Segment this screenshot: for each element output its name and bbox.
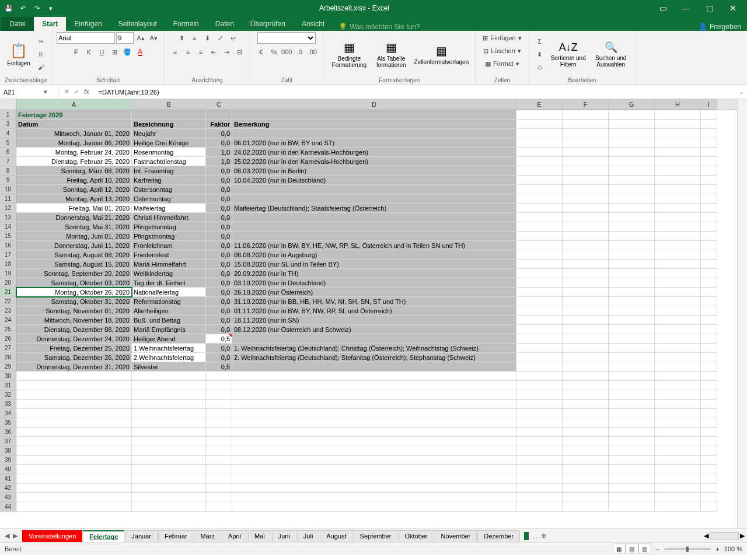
cell-D14[interactable] (232, 222, 516, 232)
tab-data[interactable]: Daten (207, 17, 242, 31)
cell-B14[interactable]: Pfingstsonntag (132, 222, 206, 232)
tab-file[interactable]: Datei (1, 17, 34, 31)
row-header-24[interactable]: 24 (0, 316, 16, 325)
cell-A1[interactable]: Feiertage 2020 (16, 110, 132, 120)
conditional-formatting-button[interactable]: ▦Bedingte Formatierung (328, 35, 370, 74)
cell-B28[interactable]: 2.Weihnachtsfeiertag (132, 353, 206, 362)
cell-C17[interactable]: 0,0 (206, 250, 232, 260)
align-center-icon[interactable]: ≡ (182, 46, 194, 58)
cell-B4[interactable]: Neujahr (132, 129, 206, 138)
row-header-41[interactable]: 41 (0, 474, 16, 484)
align-left-icon[interactable]: ≡ (169, 46, 181, 58)
sheet-tab-september[interactable]: September (354, 530, 398, 542)
cell-D15[interactable] (232, 232, 516, 241)
cell-A5[interactable]: Montag, Januar 06, 2020 (16, 138, 132, 148)
cell-B11[interactable]: Ostermontag (132, 194, 206, 204)
cell-C23[interactable]: 0,0 (206, 306, 232, 316)
col-header-E[interactable]: E (516, 99, 563, 110)
zoom-slider[interactable] (664, 548, 711, 550)
cell-C11[interactable]: 0,0 (206, 194, 232, 204)
decrease-decimal-icon[interactable]: .00 (306, 46, 318, 58)
cell-C21[interactable]: 0,0 (206, 288, 232, 297)
align-top-icon[interactable]: ⬆ (176, 32, 187, 44)
col-header-I[interactable]: I (701, 99, 717, 110)
cell-B20[interactable]: Tag der dt. Einheit (132, 278, 206, 288)
cut-icon[interactable]: ✂ (35, 36, 47, 47)
cell-A18[interactable]: Samstag, August 15, 2020 (16, 260, 132, 269)
row-header-18[interactable]: 18 (0, 260, 16, 269)
cell-A7[interactable]: Dienstag, Februar 25, 2020 (16, 157, 132, 166)
row-header-5[interactable]: 5 (0, 138, 16, 148)
cell-C29[interactable]: 0,5 (206, 362, 232, 372)
paste-button[interactable]: 📋Einfügen (5, 35, 33, 74)
cell-A13[interactable]: Donnerstag, Mai 21, 2020 (16, 213, 132, 222)
sheet-tab-feiertage[interactable]: Feiertage (83, 530, 124, 542)
row-header-36[interactable]: 36 (0, 428, 16, 437)
format-painter-icon[interactable]: 🖌 (35, 61, 47, 73)
row-header-22[interactable]: 22 (0, 297, 16, 306)
row-header-12[interactable]: 12 (0, 204, 16, 213)
page-layout-view-icon[interactable]: ▤ (626, 544, 638, 554)
cell-D12[interactable]: Maifeiertag (Deutschland); Staatsfeierta… (232, 204, 516, 213)
cell-A23[interactable]: Sonntag, November 01, 2020 (16, 306, 132, 316)
row-header-7[interactable]: 7 (0, 157, 16, 166)
cell-C26[interactable]: 0,5 (206, 334, 232, 344)
cell-D17[interactable]: 08.08.2020 (nur in Augsburg) (232, 250, 516, 260)
decrease-indent-icon[interactable]: ⇤ (208, 46, 219, 58)
col-header-F[interactable]: F (563, 99, 609, 110)
ribbon-options-icon[interactable]: ▭ (651, 0, 675, 16)
cell-B6[interactable]: Rosenmontag (132, 148, 206, 157)
row-header-34[interactable]: 34 (0, 409, 16, 418)
percent-icon[interactable]: % (268, 46, 280, 58)
sheet-nav-next-icon[interactable]: ▶ (13, 532, 18, 540)
name-box[interactable]: ▾ (0, 85, 58, 99)
copy-icon[interactable]: ⎘ (35, 48, 47, 60)
orientation-icon[interactable]: ⤢ (214, 32, 226, 44)
merge-button[interactable]: ⊟ (233, 46, 245, 58)
cell-C5[interactable]: 0,0 (206, 138, 232, 148)
cell-A21[interactable]: Montag, Oktober 26, 2020 (16, 288, 132, 297)
row-header-35[interactable]: 35 (0, 418, 16, 428)
cell-D4[interactable] (232, 129, 516, 138)
row-header-28[interactable]: 28 (0, 353, 16, 362)
row-header-31[interactable]: 31 (0, 381, 16, 390)
share-button[interactable]: 👤Freigeben (699, 23, 741, 31)
cell-B18[interactable]: Mariä Himmelfahrt (132, 260, 206, 269)
cell-B22[interactable]: Reformationstag (132, 297, 206, 306)
cell-A17[interactable]: Samstag, August 08, 2020 (16, 250, 132, 260)
row-header-37[interactable]: 37 (0, 437, 16, 446)
row-header-33[interactable]: 33 (0, 400, 16, 409)
row-header-32[interactable]: 32 (0, 390, 16, 400)
cell-A26[interactable]: Donnerstag, Dezember 24, 2020 (16, 334, 132, 344)
col-header-H[interactable]: H (655, 99, 701, 110)
cell-D19[interactable]: 20.09.2020 (nur in TH) (232, 269, 516, 278)
sheet-tab-dezember[interactable]: Dezember (477, 530, 520, 542)
cell-C20[interactable]: 0,0 (206, 278, 232, 288)
sheet-tab-juni[interactable]: Juni (272, 530, 296, 542)
cell-B24[interactable]: Buß- und Bettag (132, 316, 206, 325)
cell-C13[interactable]: 0,0 (206, 213, 232, 222)
sheet-tab-november[interactable]: November (435, 530, 477, 542)
autosum-icon[interactable]: Σ (534, 36, 546, 47)
cell-C18[interactable]: 0,0 (206, 260, 232, 269)
name-box-dropdown-icon[interactable]: ▾ (41, 88, 50, 96)
enter-formula-icon[interactable]: ✓ (74, 88, 79, 96)
zoom-in-icon[interactable]: + (715, 545, 719, 552)
decrease-font-icon[interactable]: A▾ (148, 32, 159, 44)
sheet-tab-august[interactable]: August (320, 530, 352, 542)
currency-icon[interactable]: € (255, 46, 267, 58)
cell-A15[interactable]: Montag, Juni 01, 2020 (16, 232, 132, 241)
tab-insert[interactable]: Einfügen (66, 17, 110, 31)
row-header-14[interactable]: 14 (0, 222, 16, 232)
row-header-13[interactable]: 13 (0, 213, 16, 222)
zoom-level[interactable]: 100 % (724, 545, 742, 552)
row-header-4[interactable]: 4 (0, 129, 16, 138)
row-header-11[interactable]: 11 (0, 194, 16, 204)
cell-D18[interactable]: 15.08.2020 (nur SL und in Teilen BY) (232, 260, 516, 269)
cell-B8[interactable]: Int. Frauentag (132, 166, 206, 176)
align-bottom-icon[interactable]: ⬇ (201, 32, 213, 44)
cell-A20[interactable]: Samstag, Oktober 03, 2020 (16, 278, 132, 288)
cell-A25[interactable]: Dienstag, Dezember 08, 2020 (16, 325, 132, 334)
col-header-C[interactable]: C (206, 99, 232, 110)
cell-C14[interactable]: 0,0 (206, 222, 232, 232)
